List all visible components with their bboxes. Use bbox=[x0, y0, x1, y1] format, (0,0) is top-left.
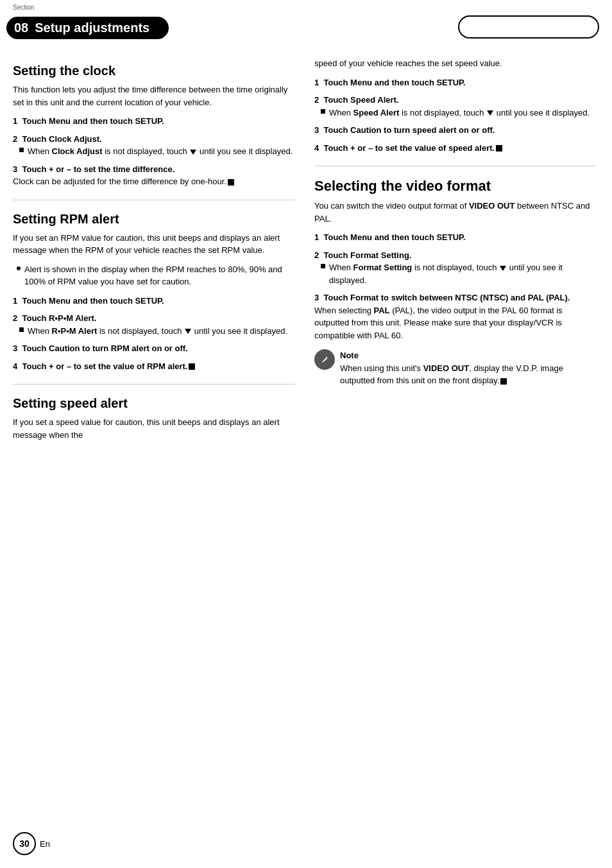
step-body: When selecting PAL (PAL), the video outp… bbox=[314, 306, 563, 340]
step-video-3: 3 Touch Format to switch between NTSC (N… bbox=[314, 291, 597, 342]
step-text: Touch Caution to turn speed alert on or … bbox=[323, 125, 495, 135]
section-title-clock: Setting the clock bbox=[13, 64, 295, 78]
bullet-clock-2: When Clock Adjust is not displayed, touc… bbox=[19, 145, 295, 158]
bullet-icon bbox=[321, 264, 325, 268]
step-num: 1 bbox=[13, 116, 17, 126]
bullet-text: Alert is shown in the display when the R… bbox=[24, 263, 295, 288]
step-rpm-2: 2 Touch R•P•M Alert. When R•P•M Alert is… bbox=[13, 312, 295, 337]
section-speed-cont: speed of your vehicle reaches the set sp… bbox=[314, 57, 597, 154]
header-tab: 08 Setup adjustments bbox=[6, 17, 169, 39]
step-num: 3 bbox=[13, 164, 17, 174]
step-text: Touch Menu and then touch SETUP. bbox=[22, 296, 164, 306]
section-number: 08 bbox=[14, 21, 28, 35]
speed-intro-cont: speed of your vehicle reaches the set sp… bbox=[314, 57, 597, 70]
bullet-dot-icon bbox=[17, 266, 21, 270]
divider-2 bbox=[13, 384, 295, 385]
step-text: Touch Format to switch between NTSC (NTS… bbox=[323, 293, 570, 302]
step-clock-2: 2 Touch Clock Adjust. When Clock Adjust … bbox=[13, 133, 295, 158]
bullet-rpm-2: When R•P•M Alert is not displayed, touch… bbox=[19, 325, 295, 338]
header-right-oval bbox=[458, 15, 599, 39]
step-video-2: 2 Touch Format Setting. When Format Sett… bbox=[314, 249, 597, 287]
step-speed-4: 4 Touch + or – to set the value of speed… bbox=[314, 142, 597, 155]
note-body: When using this unit's VIDEO OUT, displa… bbox=[340, 363, 563, 386]
step-num: 2 bbox=[13, 134, 17, 144]
section-intro-video: You can switch the video output format o… bbox=[314, 200, 597, 225]
step-text: Touch Menu and then touch SETUP. bbox=[323, 232, 465, 242]
section-label: Section bbox=[13, 4, 34, 11]
step-clock-1: 1 Touch Menu and then touch SETUP. bbox=[13, 115, 295, 128]
step-num: 1 bbox=[314, 78, 319, 87]
bullet-text: When Clock Adjust is not displayed, touc… bbox=[28, 145, 293, 158]
lang-label: En bbox=[40, 839, 50, 849]
header: Section 08 Setup adjustments bbox=[0, 0, 612, 44]
section-intro-rpm: If you set an RPM value for caution, thi… bbox=[13, 232, 295, 257]
step-clock-3: 3 Touch + or – to set the time differenc… bbox=[13, 163, 295, 188]
section-video-format: Selecting the video format You can switc… bbox=[314, 178, 597, 387]
page: Section 08 Setup adjustments Setting the… bbox=[0, 0, 612, 868]
down-arrow-icon bbox=[190, 150, 196, 155]
section-rpm-alert: Setting RPM alert If you set an RPM valu… bbox=[13, 212, 295, 373]
main-content: Setting the clock This function lets you… bbox=[0, 44, 612, 460]
step-text: Touch Speed Alert. bbox=[323, 95, 398, 105]
bullet-video-2: When Format Setting is not displayed, to… bbox=[321, 261, 597, 286]
section-title-rpm: Setting RPM alert bbox=[13, 212, 295, 227]
step-num: 1 bbox=[13, 296, 17, 306]
step-num: 3 bbox=[13, 343, 17, 353]
step-rpm-1: 1 Touch Menu and then touch SETUP. bbox=[13, 295, 295, 308]
right-column: speed of your vehicle reaches the set sp… bbox=[314, 57, 597, 447]
bullet-speed-2: When Speed Alert is not displayed, touch… bbox=[321, 107, 597, 119]
left-column: Setting the clock This function lets you… bbox=[13, 57, 295, 447]
step-rpm-3: 3 Touch Caution to turn RPM alert on or … bbox=[13, 342, 295, 355]
step-speed-2: 2 Touch Speed Alert. When Speed Alert is… bbox=[314, 94, 597, 119]
step-text: Touch Menu and then touch SETUP. bbox=[22, 116, 164, 126]
divider-3 bbox=[314, 166, 597, 166]
step-text: Touch Menu and then touch SETUP. bbox=[323, 78, 465, 87]
pencil-icon bbox=[319, 354, 330, 365]
step-text: Touch Format Setting. bbox=[323, 250, 411, 260]
step-num: 2 bbox=[13, 313, 17, 323]
bullet-rpm-intro: Alert is shown in the display when the R… bbox=[17, 263, 295, 288]
stop-icon bbox=[228, 179, 234, 186]
stop-icon bbox=[189, 363, 195, 370]
step-text: Touch Caution to turn RPM alert on or of… bbox=[22, 343, 187, 353]
step-body: Clock can be adjusted for the time diffe… bbox=[13, 177, 234, 186]
bullet-text: When R•P•M Alert is not displayed, touch… bbox=[28, 325, 287, 338]
step-video-1: 1 Touch Menu and then touch SETUP. bbox=[314, 231, 597, 244]
section-title-video: Selecting the video format bbox=[314, 178, 597, 195]
step-text: Touch + or – to set the time difference. bbox=[22, 164, 174, 174]
section-speed-alert: Setting speed alert If you set a speed v… bbox=[13, 396, 295, 441]
bullet-icon bbox=[321, 109, 325, 114]
bullet-text: When Speed Alert is not displayed, touch… bbox=[329, 107, 590, 119]
step-num: 1 bbox=[314, 232, 319, 242]
note-content: Note When using this unit's VIDEO OUT, d… bbox=[340, 349, 597, 387]
down-arrow-icon bbox=[500, 266, 506, 271]
bullet-icon bbox=[19, 148, 24, 152]
step-text: Touch R•P•M Alert. bbox=[22, 313, 96, 323]
down-arrow-icon bbox=[185, 329, 191, 334]
down-arrow-icon bbox=[487, 110, 493, 116]
step-text: Touch + or – to set the value of RPM ale… bbox=[22, 361, 195, 371]
step-speed-3: 3 Touch Caution to turn speed alert on o… bbox=[314, 124, 597, 137]
step-num: 4 bbox=[314, 143, 319, 153]
note-icon bbox=[314, 349, 335, 370]
header-title: Setup adjustments bbox=[35, 21, 149, 35]
note-label: Note bbox=[340, 351, 359, 360]
stop-icon bbox=[500, 378, 507, 385]
bullet-text: When Format Setting is not displayed, to… bbox=[329, 261, 597, 286]
footer: 30 En bbox=[13, 832, 50, 855]
step-rpm-4: 4 Touch + or – to set the value of RPM a… bbox=[13, 360, 295, 373]
step-text: Touch + or – to set the value of speed a… bbox=[323, 143, 502, 153]
stop-icon bbox=[496, 145, 502, 152]
section-setting-clock: Setting the clock This function lets you… bbox=[13, 64, 295, 188]
page-number: 30 bbox=[13, 832, 36, 855]
section-intro-speed: If you set a speed value for caution, th… bbox=[13, 416, 295, 441]
divider-1 bbox=[13, 200, 295, 200]
step-speed-1: 1 Touch Menu and then touch SETUP. bbox=[314, 76, 597, 89]
section-title-speed: Setting speed alert bbox=[13, 396, 295, 411]
note-box: Note When using this unit's VIDEO OUT, d… bbox=[314, 349, 597, 387]
step-num: 2 bbox=[314, 250, 319, 260]
step-num: 4 bbox=[13, 361, 17, 371]
section-intro-clock: This function lets you adjust the time d… bbox=[13, 83, 295, 108]
step-text: Touch Clock Adjust. bbox=[22, 134, 101, 144]
step-num: 2 bbox=[314, 95, 319, 105]
